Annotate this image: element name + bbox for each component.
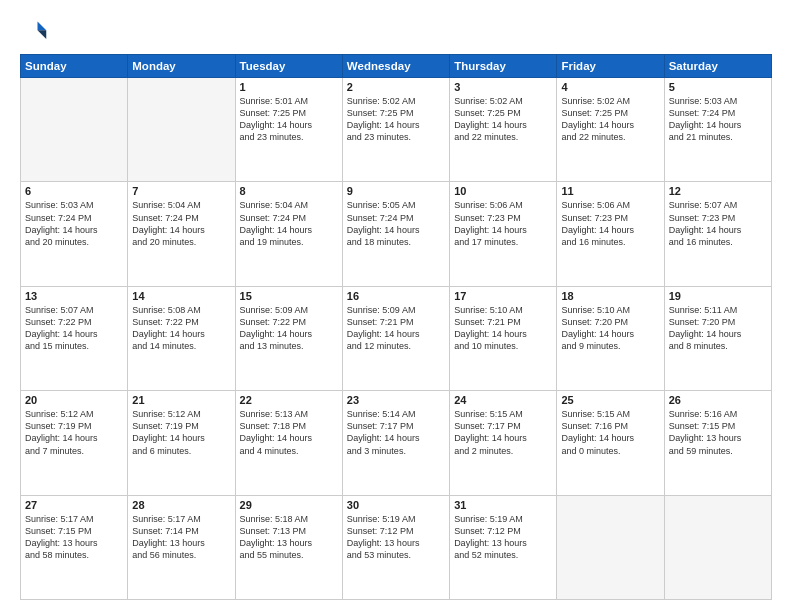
cell-text: Sunrise: 5:02 AM Sunset: 7:25 PM Dayligh… bbox=[561, 95, 659, 144]
day-number: 9 bbox=[347, 185, 445, 197]
day-number: 10 bbox=[454, 185, 552, 197]
cell-text: Sunrise: 5:11 AM Sunset: 7:20 PM Dayligh… bbox=[669, 304, 767, 353]
cell-text: Sunrise: 5:07 AM Sunset: 7:23 PM Dayligh… bbox=[669, 199, 767, 248]
cell-text: Sunrise: 5:12 AM Sunset: 7:19 PM Dayligh… bbox=[132, 408, 230, 457]
day-number: 6 bbox=[25, 185, 123, 197]
day-number: 24 bbox=[454, 394, 552, 406]
cell-text: Sunrise: 5:12 AM Sunset: 7:19 PM Dayligh… bbox=[25, 408, 123, 457]
day-number: 11 bbox=[561, 185, 659, 197]
calendar-week-4: 20Sunrise: 5:12 AM Sunset: 7:19 PM Dayli… bbox=[21, 391, 772, 495]
cell-text: Sunrise: 5:13 AM Sunset: 7:18 PM Dayligh… bbox=[240, 408, 338, 457]
day-number: 27 bbox=[25, 499, 123, 511]
cell-text: Sunrise: 5:06 AM Sunset: 7:23 PM Dayligh… bbox=[454, 199, 552, 248]
cell-text: Sunrise: 5:10 AM Sunset: 7:20 PM Dayligh… bbox=[561, 304, 659, 353]
cell-text: Sunrise: 5:16 AM Sunset: 7:15 PM Dayligh… bbox=[669, 408, 767, 457]
calendar-cell: 22Sunrise: 5:13 AM Sunset: 7:18 PM Dayli… bbox=[235, 391, 342, 495]
calendar-cell: 19Sunrise: 5:11 AM Sunset: 7:20 PM Dayli… bbox=[664, 286, 771, 390]
col-header-friday: Friday bbox=[557, 55, 664, 78]
calendar-cell: 11Sunrise: 5:06 AM Sunset: 7:23 PM Dayli… bbox=[557, 182, 664, 286]
calendar-cell: 20Sunrise: 5:12 AM Sunset: 7:19 PM Dayli… bbox=[21, 391, 128, 495]
page: SundayMondayTuesdayWednesdayThursdayFrid… bbox=[0, 0, 792, 612]
calendar-cell bbox=[128, 78, 235, 182]
day-number: 1 bbox=[240, 81, 338, 93]
day-number: 12 bbox=[669, 185, 767, 197]
calendar-cell bbox=[664, 495, 771, 599]
cell-text: Sunrise: 5:15 AM Sunset: 7:16 PM Dayligh… bbox=[561, 408, 659, 457]
calendar-cell: 25Sunrise: 5:15 AM Sunset: 7:16 PM Dayli… bbox=[557, 391, 664, 495]
calendar-cell: 8Sunrise: 5:04 AM Sunset: 7:24 PM Daylig… bbox=[235, 182, 342, 286]
header bbox=[20, 18, 772, 46]
calendar-cell: 15Sunrise: 5:09 AM Sunset: 7:22 PM Dayli… bbox=[235, 286, 342, 390]
calendar-cell: 1Sunrise: 5:01 AM Sunset: 7:25 PM Daylig… bbox=[235, 78, 342, 182]
cell-text: Sunrise: 5:09 AM Sunset: 7:22 PM Dayligh… bbox=[240, 304, 338, 353]
calendar-cell: 12Sunrise: 5:07 AM Sunset: 7:23 PM Dayli… bbox=[664, 182, 771, 286]
cell-text: Sunrise: 5:14 AM Sunset: 7:17 PM Dayligh… bbox=[347, 408, 445, 457]
calendar-table: SundayMondayTuesdayWednesdayThursdayFrid… bbox=[20, 54, 772, 600]
day-number: 13 bbox=[25, 290, 123, 302]
day-number: 16 bbox=[347, 290, 445, 302]
logo-icon bbox=[20, 18, 48, 46]
calendar-cell: 10Sunrise: 5:06 AM Sunset: 7:23 PM Dayli… bbox=[450, 182, 557, 286]
day-number: 14 bbox=[132, 290, 230, 302]
day-number: 18 bbox=[561, 290, 659, 302]
cell-text: Sunrise: 5:03 AM Sunset: 7:24 PM Dayligh… bbox=[669, 95, 767, 144]
day-number: 31 bbox=[454, 499, 552, 511]
cell-text: Sunrise: 5:17 AM Sunset: 7:14 PM Dayligh… bbox=[132, 513, 230, 562]
calendar-cell: 21Sunrise: 5:12 AM Sunset: 7:19 PM Dayli… bbox=[128, 391, 235, 495]
calendar-week-3: 13Sunrise: 5:07 AM Sunset: 7:22 PM Dayli… bbox=[21, 286, 772, 390]
cell-text: Sunrise: 5:03 AM Sunset: 7:24 PM Dayligh… bbox=[25, 199, 123, 248]
calendar-week-5: 27Sunrise: 5:17 AM Sunset: 7:15 PM Dayli… bbox=[21, 495, 772, 599]
calendar-cell: 2Sunrise: 5:02 AM Sunset: 7:25 PM Daylig… bbox=[342, 78, 449, 182]
day-number: 3 bbox=[454, 81, 552, 93]
calendar-cell: 13Sunrise: 5:07 AM Sunset: 7:22 PM Dayli… bbox=[21, 286, 128, 390]
col-header-thursday: Thursday bbox=[450, 55, 557, 78]
calendar-header-row: SundayMondayTuesdayWednesdayThursdayFrid… bbox=[21, 55, 772, 78]
cell-text: Sunrise: 5:15 AM Sunset: 7:17 PM Dayligh… bbox=[454, 408, 552, 457]
cell-text: Sunrise: 5:19 AM Sunset: 7:12 PM Dayligh… bbox=[347, 513, 445, 562]
svg-marker-1 bbox=[38, 30, 47, 39]
calendar-cell: 24Sunrise: 5:15 AM Sunset: 7:17 PM Dayli… bbox=[450, 391, 557, 495]
calendar-cell bbox=[557, 495, 664, 599]
day-number: 23 bbox=[347, 394, 445, 406]
col-header-wednesday: Wednesday bbox=[342, 55, 449, 78]
calendar-cell: 16Sunrise: 5:09 AM Sunset: 7:21 PM Dayli… bbox=[342, 286, 449, 390]
logo bbox=[20, 18, 52, 46]
col-header-saturday: Saturday bbox=[664, 55, 771, 78]
day-number: 15 bbox=[240, 290, 338, 302]
cell-text: Sunrise: 5:18 AM Sunset: 7:13 PM Dayligh… bbox=[240, 513, 338, 562]
day-number: 21 bbox=[132, 394, 230, 406]
cell-text: Sunrise: 5:07 AM Sunset: 7:22 PM Dayligh… bbox=[25, 304, 123, 353]
day-number: 30 bbox=[347, 499, 445, 511]
cell-text: Sunrise: 5:19 AM Sunset: 7:12 PM Dayligh… bbox=[454, 513, 552, 562]
day-number: 2 bbox=[347, 81, 445, 93]
cell-text: Sunrise: 5:02 AM Sunset: 7:25 PM Dayligh… bbox=[454, 95, 552, 144]
cell-text: Sunrise: 5:17 AM Sunset: 7:15 PM Dayligh… bbox=[25, 513, 123, 562]
calendar-cell: 23Sunrise: 5:14 AM Sunset: 7:17 PM Dayli… bbox=[342, 391, 449, 495]
calendar-cell: 3Sunrise: 5:02 AM Sunset: 7:25 PM Daylig… bbox=[450, 78, 557, 182]
calendar-cell: 7Sunrise: 5:04 AM Sunset: 7:24 PM Daylig… bbox=[128, 182, 235, 286]
day-number: 7 bbox=[132, 185, 230, 197]
cell-text: Sunrise: 5:06 AM Sunset: 7:23 PM Dayligh… bbox=[561, 199, 659, 248]
day-number: 17 bbox=[454, 290, 552, 302]
day-number: 19 bbox=[669, 290, 767, 302]
cell-text: Sunrise: 5:04 AM Sunset: 7:24 PM Dayligh… bbox=[240, 199, 338, 248]
calendar-week-1: 1Sunrise: 5:01 AM Sunset: 7:25 PM Daylig… bbox=[21, 78, 772, 182]
day-number: 25 bbox=[561, 394, 659, 406]
calendar-cell: 27Sunrise: 5:17 AM Sunset: 7:15 PM Dayli… bbox=[21, 495, 128, 599]
svg-marker-0 bbox=[38, 22, 47, 31]
day-number: 22 bbox=[240, 394, 338, 406]
calendar-cell: 26Sunrise: 5:16 AM Sunset: 7:15 PM Dayli… bbox=[664, 391, 771, 495]
cell-text: Sunrise: 5:01 AM Sunset: 7:25 PM Dayligh… bbox=[240, 95, 338, 144]
calendar-cell: 28Sunrise: 5:17 AM Sunset: 7:14 PM Dayli… bbox=[128, 495, 235, 599]
col-header-sunday: Sunday bbox=[21, 55, 128, 78]
calendar-cell: 6Sunrise: 5:03 AM Sunset: 7:24 PM Daylig… bbox=[21, 182, 128, 286]
calendar-cell: 17Sunrise: 5:10 AM Sunset: 7:21 PM Dayli… bbox=[450, 286, 557, 390]
day-number: 28 bbox=[132, 499, 230, 511]
calendar-cell: 30Sunrise: 5:19 AM Sunset: 7:12 PM Dayli… bbox=[342, 495, 449, 599]
cell-text: Sunrise: 5:02 AM Sunset: 7:25 PM Dayligh… bbox=[347, 95, 445, 144]
cell-text: Sunrise: 5:08 AM Sunset: 7:22 PM Dayligh… bbox=[132, 304, 230, 353]
col-header-monday: Monday bbox=[128, 55, 235, 78]
calendar-cell: 31Sunrise: 5:19 AM Sunset: 7:12 PM Dayli… bbox=[450, 495, 557, 599]
day-number: 20 bbox=[25, 394, 123, 406]
calendar-cell: 4Sunrise: 5:02 AM Sunset: 7:25 PM Daylig… bbox=[557, 78, 664, 182]
